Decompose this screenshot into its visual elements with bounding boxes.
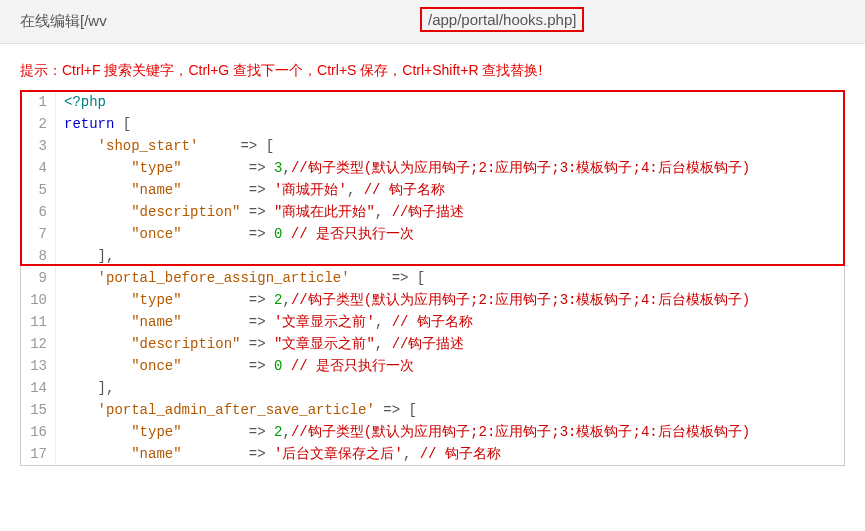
code-line[interactable]: 7 "once" => 0 // 是否只执行一次 xyxy=(21,223,844,245)
line-number: 15 xyxy=(21,399,56,421)
string: 'portal_admin_after_save_article' xyxy=(98,402,375,418)
comma: , xyxy=(375,336,383,352)
arrow: => xyxy=(182,182,274,198)
line-number: 9 xyxy=(21,267,56,289)
code-line[interactable]: 2 return [ xyxy=(21,113,844,135)
line-number: 17 xyxy=(21,443,56,465)
string-cn: '文章显示之前' xyxy=(274,314,375,330)
comment: // 是否只执行一次 xyxy=(282,226,414,242)
string: "name" xyxy=(131,314,181,330)
arrow: => xyxy=(182,358,274,374)
keyword-return: return xyxy=(64,116,114,132)
comment: //钩子描述 xyxy=(383,336,464,352)
arrow: => xyxy=(182,424,274,440)
code-line[interactable]: 15 'portal_admin_after_save_article' => … xyxy=(21,399,844,421)
line-number: 1 xyxy=(21,91,56,113)
string: "once" xyxy=(131,358,181,374)
line-number: 4 xyxy=(21,157,56,179)
code-line[interactable]: 14 ], xyxy=(21,377,844,399)
string: "description" xyxy=(131,336,240,352)
line-number: 12 xyxy=(21,333,56,355)
string-cn: '商城开始' xyxy=(274,182,347,198)
code-line[interactable]: 12 "description" => "文章显示之前", //钩子描述 xyxy=(21,333,844,355)
string: 'shop_start' xyxy=(98,138,199,154)
code-line[interactable]: 4 "type" => 3,//钩子类型(默认为应用钩子;2:应用钩子;3:模板… xyxy=(21,157,844,179)
string-cn: '后台文章保存之后' xyxy=(274,446,403,462)
code-line[interactable]: 16 "type" => 2,//钩子类型(默认为应用钩子;2:应用钩子;3:模… xyxy=(21,421,844,443)
header-bar: 在线编辑[/wv /app/portal/hooks.php] xyxy=(0,0,865,44)
comma: , xyxy=(282,424,290,440)
string: "description" xyxy=(131,204,240,220)
line-number: 2 xyxy=(21,113,56,135)
string: "type" xyxy=(131,424,181,440)
bracket-close: ], xyxy=(64,248,114,264)
code-line[interactable]: 5 "name" => '商城开始', // 钩子名称 xyxy=(21,179,844,201)
arrow: => [ xyxy=(375,402,417,418)
line-number: 13 xyxy=(21,355,56,377)
code-line[interactable]: 13 "once" => 0 // 是否只执行一次 xyxy=(21,355,844,377)
string: "name" xyxy=(131,446,181,462)
code-line[interactable]: 1 <?php xyxy=(21,91,844,113)
line-number: 8 xyxy=(21,245,56,267)
keyboard-hint: 提示：Ctrl+F 搜索关键字，Ctrl+G 查找下一个，Ctrl+S 保存，C… xyxy=(0,44,865,90)
comma: , xyxy=(282,292,290,308)
code-line[interactable]: 10 "type" => 2,//钩子类型(默认为应用钩子;2:应用钩子;3:模… xyxy=(21,289,844,311)
arrow: => xyxy=(182,292,274,308)
bracket: [ xyxy=(114,116,131,132)
line-number: 5 xyxy=(21,179,56,201)
string: "name" xyxy=(131,182,181,198)
comma: , xyxy=(375,204,383,220)
header-path-highlight: /app/portal/hooks.php] xyxy=(420,7,584,32)
code-editor[interactable]: 1 <?php 2 return [ 3 'shop_start' => [ 4… xyxy=(20,90,845,466)
comment: // 钩子名称 xyxy=(411,446,501,462)
arrow: => [ xyxy=(198,138,274,154)
arrow: => xyxy=(182,446,274,462)
comment: //钩子描述 xyxy=(383,204,464,220)
bracket-close: ], xyxy=(64,380,114,396)
string: "type" xyxy=(131,292,181,308)
comment: // 钩子名称 xyxy=(355,182,445,198)
line-number: 14 xyxy=(21,377,56,399)
line-number: 3 xyxy=(21,135,56,157)
string-cn: "商城在此开始" xyxy=(274,204,375,220)
comment: // 是否只执行一次 xyxy=(282,358,414,374)
editor-wrapper: 1 <?php 2 return [ 3 'shop_start' => [ 4… xyxy=(20,90,845,466)
arrow: => xyxy=(182,314,274,330)
arrow: => xyxy=(182,160,274,176)
string-cn: "文章显示之前" xyxy=(274,336,375,352)
code-line[interactable]: 3 'shop_start' => [ xyxy=(21,135,844,157)
code-line[interactable]: 11 "name" => '文章显示之前', // 钩子名称 xyxy=(21,311,844,333)
code-line[interactable]: 6 "description" => "商城在此开始", //钩子描述 xyxy=(21,201,844,223)
arrow: => xyxy=(240,336,274,352)
comma: , xyxy=(282,160,290,176)
string: "once" xyxy=(131,226,181,242)
comment: //钩子类型(默认为应用钩子;2:应用钩子;3:模板钩子;4:后台模板钩子) xyxy=(291,424,750,440)
line-number: 11 xyxy=(21,311,56,333)
line-number: 10 xyxy=(21,289,56,311)
arrow: => [ xyxy=(350,270,426,286)
line-number: 7 xyxy=(21,223,56,245)
header-title: 在线编辑[/wv xyxy=(20,12,107,29)
comment: // 钩子名称 xyxy=(383,314,473,330)
arrow: => xyxy=(240,204,274,220)
comment: //钩子类型(默认为应用钩子;2:应用钩子;3:模板钩子;4:后台模板钩子) xyxy=(291,292,750,308)
php-open-tag: <?php xyxy=(64,94,106,110)
string: 'portal_before_assign_article' xyxy=(98,270,350,286)
comment: //钩子类型(默认为应用钩子;2:应用钩子;3:模板钩子;4:后台模板钩子) xyxy=(291,160,750,176)
arrow: => xyxy=(182,226,274,242)
string: "type" xyxy=(131,160,181,176)
line-number: 6 xyxy=(21,201,56,223)
line-number: 16 xyxy=(21,421,56,443)
code-line[interactable]: 8 ], xyxy=(21,245,844,267)
code-line[interactable]: 17 "name" => '后台文章保存之后', // 钩子名称 xyxy=(21,443,844,465)
code-line[interactable]: 9 'portal_before_assign_article' => [ xyxy=(21,267,844,289)
